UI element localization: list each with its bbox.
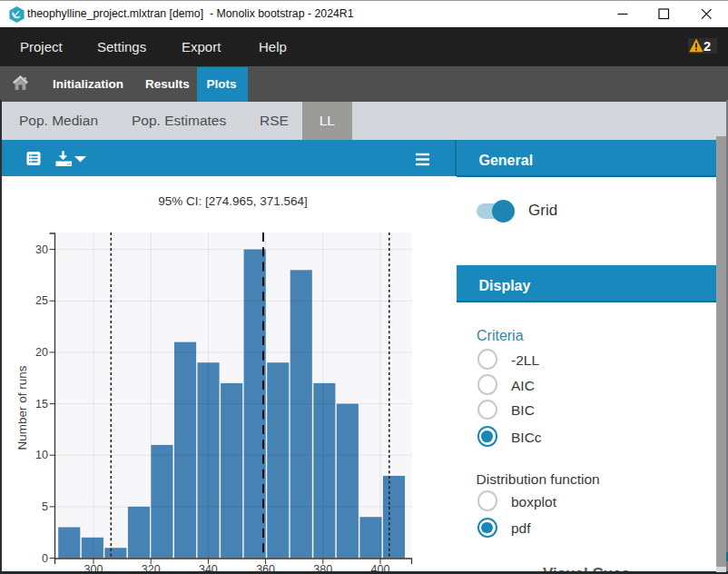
svg-text:25: 25	[35, 294, 48, 307]
svg-text:10: 10	[35, 449, 48, 461]
svg-text:15: 15	[35, 398, 48, 411]
svg-text:5: 5	[42, 500, 48, 513]
svg-text:30: 30	[35, 243, 48, 256]
svg-text:0: 0	[42, 552, 48, 565]
svg-text:20: 20	[35, 346, 48, 359]
svg-text:Number of runs: Number of runs	[15, 365, 29, 450]
svg-text:95% CI: [274.965, 371.564]: 95% CI: [274.965, 371.564]	[158, 194, 307, 208]
